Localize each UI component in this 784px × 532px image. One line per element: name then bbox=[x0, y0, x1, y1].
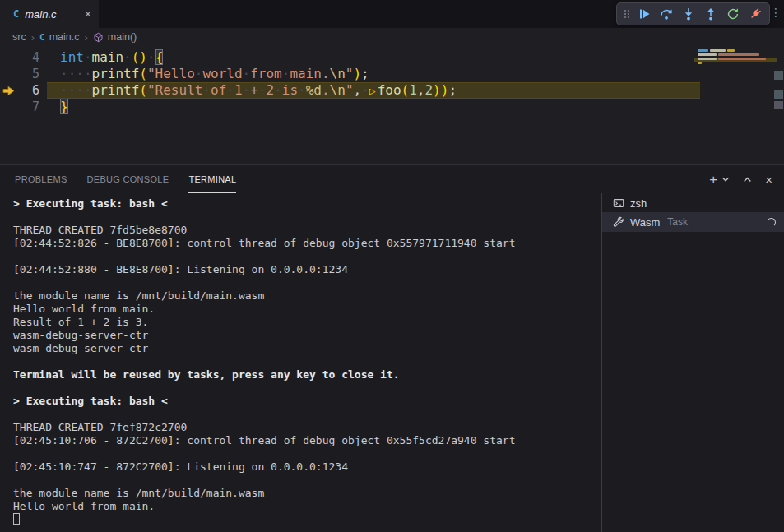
terminal-dropdown-icon[interactable] bbox=[721, 175, 730, 183]
debug-step-into-icon[interactable] bbox=[679, 4, 698, 24]
code-token: · bbox=[123, 49, 132, 65]
code-token: ···· bbox=[60, 66, 92, 81]
new-terminal-button[interactable]: + bbox=[709, 173, 717, 187]
code-token: . bbox=[322, 82, 330, 98]
code-token: ; bbox=[361, 66, 369, 81]
breadcrumb-items: src›Cmain.c›main() bbox=[12, 31, 137, 44]
code-line: int·main·()·{ bbox=[60, 49, 457, 66]
breadcrumb-separator-icon: › bbox=[84, 31, 87, 44]
code-token: ( bbox=[139, 82, 147, 98]
code-token: ) bbox=[139, 49, 147, 65]
terminal-line: Terminal will be reused by tasks, press … bbox=[13, 368, 601, 382]
code-token: · bbox=[243, 66, 251, 81]
code-token: " bbox=[346, 82, 354, 98]
terminal-line bbox=[13, 276, 601, 289]
code-token: 1 bbox=[234, 82, 243, 98]
panel-tabs: PROBLEMSDEBUG CONSOLETERMINAL bbox=[15, 165, 256, 193]
panel-tab-problems[interactable]: PROBLEMS bbox=[15, 165, 67, 193]
terminal-line: > Executing task: bash < bbox=[13, 197, 601, 210]
minimap-line bbox=[698, 58, 773, 60]
code-token: · bbox=[274, 82, 282, 98]
breadcrumb-item[interactable]: src bbox=[12, 31, 26, 43]
tab-close-icon[interactable]: × bbox=[85, 8, 91, 20]
code-token: ···· bbox=[60, 82, 92, 98]
breadcrumb-item[interactable]: Cmain.c bbox=[39, 31, 79, 43]
code-line: ····printf("Result·of·1·+·2·is·%d.\n",·▷… bbox=[60, 82, 457, 99]
code-token: { bbox=[155, 49, 164, 65]
terminal-line: Hello world from main. bbox=[13, 303, 601, 316]
code-token: main bbox=[92, 49, 124, 65]
minimap-line bbox=[698, 49, 773, 52]
editor-gutter[interactable]: 4567 bbox=[0, 49, 39, 115]
minimap-line bbox=[698, 62, 773, 64]
symbol-method-icon bbox=[93, 32, 104, 43]
code-token: %d bbox=[306, 82, 322, 98]
more-actions-icon[interactable]: ⋮ bbox=[770, 6, 782, 19]
terminal-icon bbox=[612, 197, 624, 209]
terminal-line: the module name is /mnt/build/main.wasm bbox=[13, 487, 601, 500]
code-token: + bbox=[250, 82, 258, 98]
tab-main-c[interactable]: C main.c × bbox=[0, 0, 99, 28]
debug-step-over-icon[interactable] bbox=[656, 4, 676, 24]
breadcrumb-item[interactable]: main() bbox=[93, 31, 137, 43]
code-token: from bbox=[250, 66, 282, 81]
overview-ruler-mark bbox=[774, 101, 783, 109]
breadcrumb-item-label: main() bbox=[108, 31, 137, 43]
terminal-cursor bbox=[13, 513, 20, 525]
code-token: · bbox=[243, 82, 251, 98]
terminal-line bbox=[13, 250, 601, 263]
code-token: "Hello bbox=[147, 66, 195, 81]
maximize-panel-icon[interactable] bbox=[743, 175, 752, 184]
code-token: · bbox=[282, 66, 290, 81]
code-token: printf bbox=[92, 82, 140, 98]
code-token: int bbox=[60, 49, 84, 65]
code-line: } bbox=[60, 99, 457, 115]
minimap[interactable] bbox=[698, 49, 773, 66]
inline-run-marker-icon[interactable]: ▷ bbox=[369, 85, 376, 97]
drag-handle-icon[interactable] bbox=[621, 4, 632, 24]
code-token: main. bbox=[290, 66, 329, 81]
terminal-list: zshWasmTask bbox=[601, 193, 784, 532]
panel-tab-debug-console[interactable]: DEBUG CONSOLE bbox=[87, 165, 169, 193]
terminal-line: wasm-debug-server-ctr bbox=[13, 342, 601, 355]
terminal-line bbox=[13, 474, 601, 487]
terminal-list-item-wasm[interactable]: WasmTask bbox=[602, 212, 784, 232]
code-token: ) bbox=[353, 66, 361, 81]
terminal-line: Hello world from main. bbox=[13, 500, 601, 513]
code-token: · bbox=[298, 82, 306, 98]
terminal-line: wasm-debug-server-ctr bbox=[13, 329, 601, 342]
breadcrumb-item-label: src bbox=[12, 31, 26, 43]
terminal-line: THREAD CREATED 7fef872c2700 bbox=[13, 421, 601, 434]
debug-step-out-icon[interactable] bbox=[701, 4, 721, 24]
code-token: 1 bbox=[409, 82, 417, 98]
line-number: 7 bbox=[0, 99, 39, 115]
debug-disconnect-icon[interactable] bbox=[745, 4, 765, 24]
debug-continue-icon[interactable] bbox=[634, 4, 654, 24]
code-token: · bbox=[195, 66, 203, 81]
code-line: ····printf("Hello·world·from·main.\n"); bbox=[60, 66, 457, 82]
code-token: 2 bbox=[267, 82, 275, 98]
code-token: of bbox=[211, 82, 226, 98]
terminal-line: THREAD CREATED 7fd5be8e8700 bbox=[13, 224, 601, 237]
terminal-list-item-zsh[interactable]: zsh bbox=[602, 194, 784, 212]
terminal-line: [02:44:52:880 - BE8E8700]: Listening on … bbox=[13, 263, 601, 276]
terminal-line: > Executing task: bash < bbox=[13, 395, 601, 408]
panel-tab-terminal[interactable]: TERMINAL bbox=[188, 165, 236, 193]
code-token: · bbox=[147, 49, 155, 65]
tab-label: main.c bbox=[25, 8, 56, 21]
code-editor[interactable]: 4567 int·main·()·{····printf("Hello·worl… bbox=[0, 46, 784, 164]
code-token: , bbox=[354, 82, 362, 98]
terminal-output[interactable]: > Executing task: bash <THREAD CREATED 7… bbox=[0, 193, 601, 532]
loading-spinner-icon bbox=[767, 218, 776, 227]
code-token: "Result bbox=[147, 82, 202, 98]
debug-toolbar bbox=[616, 2, 770, 25]
terminal-line: Result of 1 + 2 is 3. bbox=[13, 316, 601, 329]
terminal-line bbox=[13, 355, 601, 368]
debug-restart-icon[interactable] bbox=[723, 4, 743, 24]
breadcrumb: src›Cmain.c›main() bbox=[0, 28, 784, 46]
tools-icon bbox=[612, 216, 624, 228]
code-token: , bbox=[417, 82, 425, 98]
close-panel-icon[interactable]: × bbox=[765, 173, 772, 186]
terminal-line bbox=[13, 447, 601, 460]
terminal-line bbox=[13, 408, 601, 421]
